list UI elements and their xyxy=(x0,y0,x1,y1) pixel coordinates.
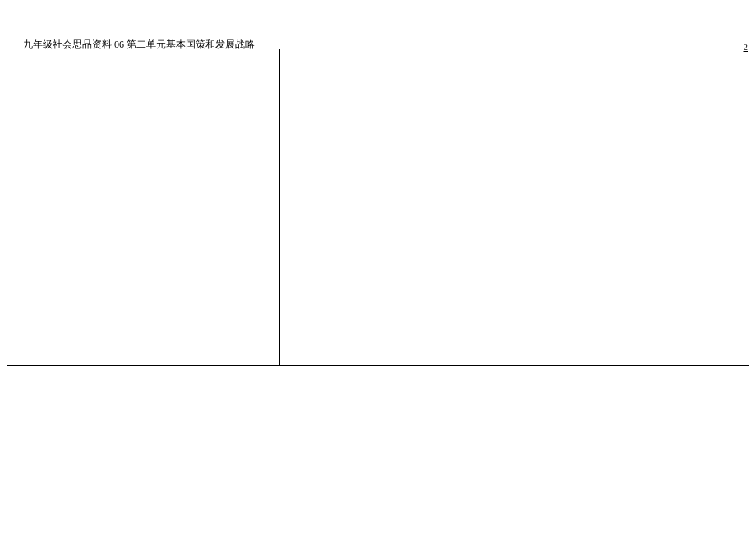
document-page: 九年级社会思品资料 06 第二单元基本国策和发展战略 2 xyxy=(7,38,749,55)
content-table xyxy=(7,49,749,366)
table-right-column xyxy=(280,49,749,366)
table-left-column xyxy=(7,49,280,366)
